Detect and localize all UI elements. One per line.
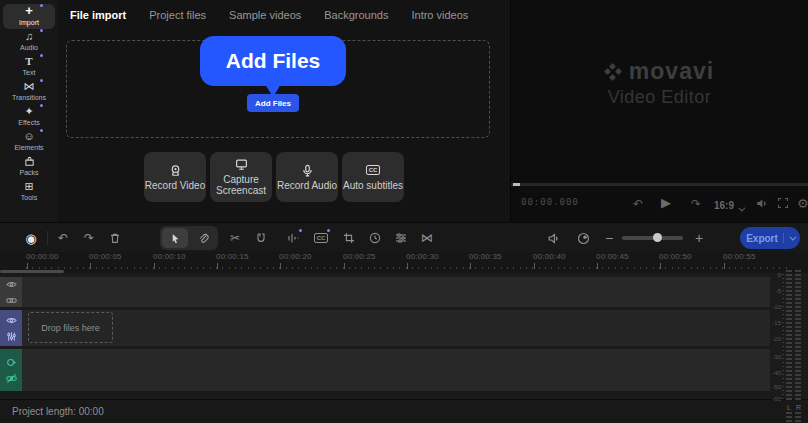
aspect-ratio-select[interactable]: 16:9: [714, 198, 734, 214]
notification-dot: [40, 29, 43, 32]
chevron-down-icon[interactable]: [789, 233, 796, 240]
ruler-mark: 00:00:35: [469, 252, 533, 261]
sidebar-item-import[interactable]: + Import: [3, 4, 55, 29]
timeline-ruler[interactable]: 00:00:00 00:00:05 00:00:10 00:00:15 00:0…: [0, 252, 808, 273]
transition-icon[interactable]: ⋈: [418, 223, 436, 253]
sidebar-item-transitions[interactable]: ⋈ Transitions: [3, 79, 55, 104]
notification-dot: [40, 4, 43, 7]
subtitles-icon: CC: [366, 164, 381, 177]
monitor-icon: [235, 158, 248, 171]
action-label: Capture Screencast: [210, 174, 272, 196]
tab-intro-videos[interactable]: Intro videos: [411, 9, 468, 21]
sidebar-item-text[interactable]: T Text: [3, 54, 55, 79]
meter-right-column: [795, 270, 801, 402]
eye-icon[interactable]: [6, 315, 17, 326]
volume-icon[interactable]: [755, 197, 768, 210]
db-label: -60: [772, 396, 781, 402]
ruler-mark: 00:00:50: [659, 252, 723, 261]
sidebar-item-label: Transitions: [3, 93, 55, 102]
tab-sample-videos[interactable]: Sample videos: [229, 9, 301, 21]
ruler-mark: 00:00:55: [723, 252, 787, 261]
toolbar-divider: [47, 231, 48, 245]
tab-backgrounds[interactable]: Backgrounds: [324, 9, 388, 21]
db-label: -30: [772, 354, 781, 360]
skip-forward-icon[interactable]: ↷: [691, 196, 701, 212]
clock-icon[interactable]: [366, 223, 384, 253]
horizontal-scrollbar[interactable]: [0, 270, 64, 273]
transitions-icon: ⋈: [3, 79, 55, 93]
seek-handle[interactable]: [513, 183, 520, 186]
packs-icon: [3, 154, 55, 168]
sidebar: + Import ♫ Audio T Text ⋈ Transitions ✦ …: [0, 0, 58, 222]
export-divider: [783, 233, 784, 243]
sidebar-item-audio[interactable]: ♫ Audio: [3, 29, 55, 54]
voice-plus-icon[interactable]: [6, 357, 17, 368]
sidebar-item-packs[interactable]: Packs: [3, 154, 55, 179]
sidebar-item-effects[interactable]: ✦ Effects: [3, 104, 55, 129]
mixer-icon[interactable]: [6, 331, 17, 342]
audio-track-lane[interactable]: [22, 349, 770, 391]
gear-icon[interactable]: ⚙: [797, 196, 808, 212]
video-track: Drop files here: [0, 310, 808, 346]
trash-icon[interactable]: [106, 223, 124, 253]
timeline-zoom-slider[interactable]: [622, 236, 683, 240]
overlay-track: [0, 277, 808, 307]
subtitles-icon[interactable]: CC: [312, 223, 330, 253]
ruler-mark: 00:00:45: [596, 252, 660, 261]
adjustments-icon[interactable]: [392, 223, 410, 253]
fullscreen-icon[interactable]: [777, 197, 789, 209]
capture-screencast-button[interactable]: Capture Screencast: [210, 152, 272, 202]
db-label: -40: [772, 370, 781, 376]
record-audio-button[interactable]: Record Audio: [276, 152, 338, 202]
zoom-in-icon[interactable]: +: [690, 223, 708, 253]
audio-levels-icon[interactable]: [284, 223, 302, 253]
paperclip-icon[interactable]: [190, 228, 216, 248]
crop-icon[interactable]: [340, 223, 358, 253]
ruler-mark: 00:00:10: [153, 252, 217, 261]
record-target-icon[interactable]: ◉: [22, 223, 40, 253]
play-icon[interactable]: ▶: [661, 195, 671, 211]
movavi-video-editor-window: + Import ♫ Audio T Text ⋈ Transitions ✦ …: [0, 0, 808, 423]
sidebar-item-elements[interactable]: ☺ Elements: [3, 129, 55, 154]
zoom-out-icon[interactable]: −: [600, 223, 618, 253]
record-video-button[interactable]: Record Video: [144, 152, 206, 202]
tab-file-import[interactable]: File import: [70, 9, 126, 21]
scissors-icon[interactable]: ✂: [226, 223, 244, 253]
chevron-down-icon[interactable]: [738, 200, 743, 216]
speaker-icon[interactable]: [544, 223, 562, 253]
skip-back-icon[interactable]: ↶: [633, 196, 643, 212]
color-wheel-icon[interactable]: [574, 223, 592, 253]
seek-bar[interactable]: [511, 183, 808, 186]
sidebar-item-tools[interactable]: ⊞ Tools: [3, 179, 55, 204]
drop-files-here-zone[interactable]: Drop files here: [28, 312, 113, 343]
video-track-header: [0, 310, 22, 346]
redo-icon[interactable]: ↷: [80, 223, 98, 253]
text-icon: T: [3, 54, 55, 68]
undo-icon[interactable]: ↶: [54, 223, 72, 253]
brand-watermark: movavi Video Editor: [511, 58, 808, 108]
video-track-lane[interactable]: Drop files here: [22, 310, 770, 346]
audio-track-header: [0, 349, 22, 391]
db-label: -5: [776, 288, 781, 294]
brand-name: movavi: [629, 58, 714, 85]
sidebar-item-label: Packs: [3, 168, 55, 177]
sidebar-item-label: Elements: [3, 143, 55, 152]
timeline-toolbar: ◉ ↶ ↷ ✂ CC: [0, 222, 808, 252]
project-length-label: Project length: 00:00: [12, 406, 104, 417]
eye-icon[interactable]: [6, 279, 17, 290]
ruler-mark: 00:00:25: [343, 252, 407, 261]
unlink-icon[interactable]: [6, 373, 17, 384]
magnet-icon[interactable]: [252, 223, 270, 253]
auto-subtitles-button[interactable]: CC Auto subtitles: [342, 152, 404, 202]
zoom-slider-thumb[interactable]: [653, 233, 662, 242]
left-channel-label: L: [787, 404, 791, 411]
db-label: -15: [772, 320, 781, 326]
effects-icon: ✦: [3, 104, 55, 118]
notification-dot: [40, 54, 43, 57]
pointer-icon[interactable]: [162, 228, 188, 248]
overlay-track-lane[interactable]: [22, 277, 770, 307]
webcam-icon: [169, 164, 182, 177]
tab-project-files[interactable]: Project files: [149, 9, 206, 21]
link-icon[interactable]: [6, 295, 17, 306]
export-button[interactable]: Export: [740, 227, 800, 249]
